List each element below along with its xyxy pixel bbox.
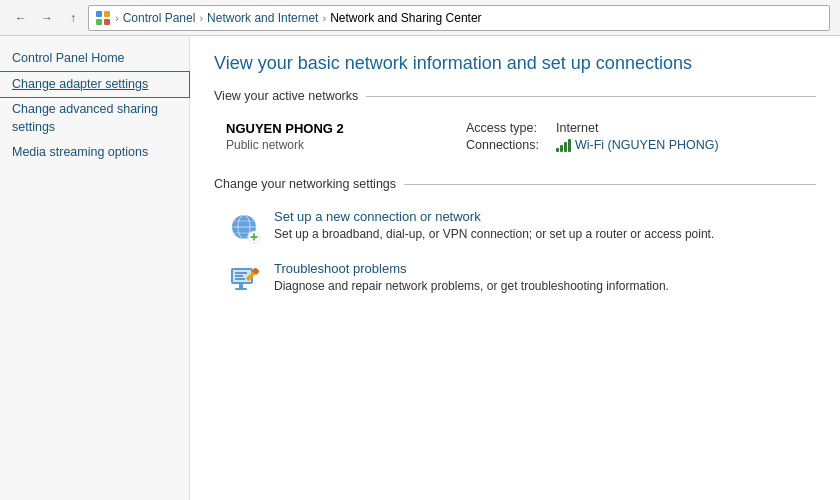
sep3: › — [322, 12, 326, 24]
connections-row: Connections: Wi-Fi (NGUYEN PHONG) — [466, 138, 816, 152]
wifi-bar-3 — [564, 142, 567, 152]
network-type: Public network — [226, 138, 466, 152]
forward-button[interactable]: → — [36, 7, 58, 29]
network-name: NGUYEN PHONG 2 — [226, 121, 466, 136]
sep1: › — [115, 12, 119, 24]
network-card: NGUYEN PHONG 2 Public network Access typ… — [214, 113, 816, 169]
page-title: View your basic network information and … — [214, 52, 816, 75]
sidebar-item-change-advanced-sharing[interactable]: Change advanced sharing settings — [0, 97, 189, 140]
connections-label: Connections: — [466, 138, 556, 152]
troubleshoot-icon — [226, 261, 262, 297]
content-area: View your basic network information and … — [190, 36, 840, 500]
troubleshoot-item: Troubleshoot problems Diagnose and repai… — [214, 253, 816, 305]
svg-rect-2 — [96, 19, 102, 25]
address-bar: ← → ↑ › Control Panel › Network and Inte… — [0, 0, 840, 36]
breadcrumb-control-panel[interactable]: Control Panel — [123, 11, 196, 25]
wifi-bar-2 — [560, 145, 563, 152]
svg-rect-1 — [104, 11, 110, 17]
access-type-label: Access type: — [466, 121, 556, 135]
access-type-row: Access type: Internet — [466, 121, 816, 135]
change-settings-header: Change your networking settings — [214, 177, 816, 191]
wifi-bar-4 — [568, 139, 571, 152]
breadcrumb: › Control Panel › Network and Internet ›… — [88, 5, 830, 31]
main-container: Control Panel Home Change adapter settin… — [0, 36, 840, 500]
sidebar: Control Panel Home Change adapter settin… — [0, 36, 190, 500]
settings-section: Change your networking settings — [214, 177, 816, 305]
svg-rect-3 — [104, 19, 110, 25]
sidebar-item-media-streaming[interactable]: Media streaming options — [0, 140, 189, 166]
new-connection-text: Set up a new connection or network Set u… — [274, 209, 714, 243]
sidebar-item-change-adapter[interactable]: Change adapter settings — [0, 72, 189, 98]
troubleshoot-link[interactable]: Troubleshoot problems — [274, 261, 669, 276]
troubleshoot-desc: Diagnose and repair network problems, or… — [274, 279, 669, 293]
new-connection-desc: Set up a broadband, dial-up, or VPN conn… — [274, 227, 714, 241]
back-button[interactable]: ← — [10, 7, 32, 29]
new-connection-link[interactable]: Set up a new connection or network — [274, 209, 714, 224]
access-type-value: Internet — [556, 121, 598, 135]
wifi-connection-name: Wi-Fi (NGUYEN PHONG) — [575, 138, 719, 152]
active-networks-header: View your active networks — [214, 89, 816, 103]
sidebar-item-control-panel-home[interactable]: Control Panel Home — [0, 46, 189, 72]
breadcrumb-network-internet[interactable]: Network and Internet — [207, 11, 318, 25]
wifi-connection-link[interactable]: Wi-Fi (NGUYEN PHONG) — [556, 138, 719, 152]
sep2: › — [199, 12, 203, 24]
wifi-signal-icon — [556, 138, 571, 152]
wifi-bar-1 — [556, 148, 559, 152]
svg-rect-0 — [96, 11, 102, 17]
network-name-col: NGUYEN PHONG 2 Public network — [226, 121, 466, 152]
svg-rect-18 — [235, 288, 247, 290]
troubleshoot-network-icon — [227, 262, 261, 296]
troubleshoot-text: Troubleshoot problems Diagnose and repai… — [274, 261, 669, 295]
globe-network-icon — [227, 210, 261, 244]
new-connection-icon — [226, 209, 262, 245]
control-panel-icon — [95, 10, 111, 26]
up-button[interactable]: ↑ — [62, 7, 84, 29]
network-info-col: Access type: Internet Connections: Wi-Fi — [466, 121, 816, 155]
new-connection-item: Set up a new connection or network Set u… — [214, 201, 816, 253]
breadcrumb-sharing-center: Network and Sharing Center — [330, 11, 481, 25]
svg-rect-17 — [239, 284, 243, 288]
